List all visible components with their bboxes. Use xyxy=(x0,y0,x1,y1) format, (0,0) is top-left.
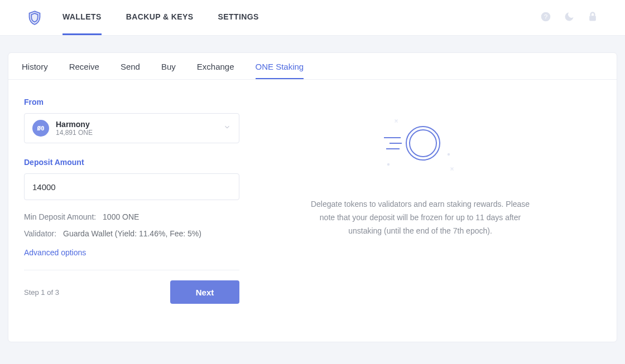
wallet-info: Harmony 14,891 ONE xyxy=(56,120,93,137)
coin-illustration-icon xyxy=(378,114,462,178)
validator-value: Guarda Wallet (Yield: 11.46%, Fee: 5%) xyxy=(63,229,201,238)
wallet-balance: 14,891 ONE xyxy=(56,129,93,137)
svg-rect-2 xyxy=(589,16,596,21)
harmony-icon: Ø0 xyxy=(32,120,49,137)
tab-staking[interactable]: ONE Staking xyxy=(256,62,304,79)
help-icon[interactable]: ? xyxy=(540,11,551,25)
explainer-text: Delegate tokens to validators and earn s… xyxy=(309,198,532,237)
lock-icon[interactable] xyxy=(587,11,598,25)
min-deposit-value: 1000 ONE xyxy=(103,212,139,221)
validator-row: Validator: Guarda Wallet (Yield: 11.46%,… xyxy=(24,229,239,238)
next-button[interactable]: Next xyxy=(170,280,239,304)
deposit-amount-label: Deposit Amount xyxy=(24,158,239,167)
deposit-amount-input[interactable] xyxy=(24,173,239,200)
advanced-options-link[interactable]: Advanced options xyxy=(24,248,86,257)
staking-form: From Ø0 Harmony 14,891 ONE Deposit Amoun… xyxy=(24,98,239,304)
svg-text:?: ? xyxy=(544,13,548,20)
moon-icon[interactable] xyxy=(564,11,575,25)
validator-label: Validator: xyxy=(24,229,56,238)
tab-receive[interactable]: Receive xyxy=(69,62,99,79)
tab-history[interactable]: History xyxy=(22,62,48,79)
nav-backup[interactable]: BACKUP & KEYS xyxy=(126,0,194,35)
app-header: WALLETS BACKUP & KEYS SETTINGS ? xyxy=(0,0,625,36)
header-icons: ? xyxy=(540,11,598,25)
svg-point-9 xyxy=(410,130,436,157)
explainer-panel: Delegate tokens to validators and earn s… xyxy=(239,98,601,304)
svg-point-3 xyxy=(448,154,450,156)
step-indicator: Step 1 of 3 xyxy=(24,288,59,297)
tab-send[interactable]: Send xyxy=(121,62,140,79)
wallet-select[interactable]: Ø0 Harmony 14,891 ONE xyxy=(24,113,239,143)
divider xyxy=(24,270,239,270)
nav-wallets[interactable]: WALLETS xyxy=(62,0,102,35)
from-label: From xyxy=(24,98,239,106)
min-deposit-row: Min Deposit Amount: 1000 ONE xyxy=(24,212,239,221)
shield-logo-icon xyxy=(27,10,42,26)
tab-buy[interactable]: Buy xyxy=(161,62,176,79)
sub-nav: History Receive Send Buy Exchange ONE St… xyxy=(8,53,617,80)
wallet-name: Harmony xyxy=(56,120,93,129)
svg-point-4 xyxy=(388,164,390,166)
main-nav: WALLETS BACKUP & KEYS SETTINGS xyxy=(62,0,540,35)
svg-point-8 xyxy=(406,127,440,160)
nav-settings[interactable]: SETTINGS xyxy=(218,0,259,35)
content: From Ø0 Harmony 14,891 ONE Deposit Amoun… xyxy=(8,80,617,304)
min-deposit-label: Min Deposit Amount: xyxy=(24,212,96,221)
chevron-down-icon xyxy=(223,123,231,133)
main-card: History Receive Send Buy Exchange ONE St… xyxy=(8,52,617,342)
tab-exchange[interactable]: Exchange xyxy=(197,62,234,79)
form-footer: Step 1 of 3 Next xyxy=(24,280,239,304)
